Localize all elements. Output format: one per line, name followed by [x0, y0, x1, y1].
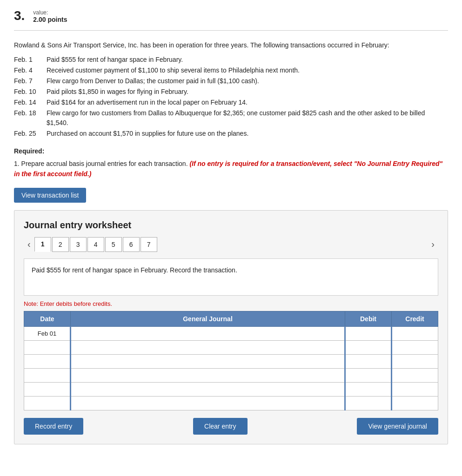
debit-cell-6[interactable] — [345, 396, 392, 410]
journal-input-2[interactable] — [75, 344, 341, 351]
journal-cell-5[interactable] — [71, 382, 345, 396]
worksheet-title: Journal entry worksheet — [24, 220, 438, 231]
journal-cell-4[interactable] — [71, 368, 345, 382]
points-value: 2.00 points — [33, 16, 67, 23]
clear-entry-button[interactable]: Clear entry — [193, 418, 247, 435]
tx-desc-7: Purchased on account $1,570 in supplies … — [47, 129, 448, 139]
tx-date-4: Feb. 10 — [14, 87, 47, 97]
tab-2[interactable]: 2 — [52, 237, 69, 252]
credit-cell-3[interactable] — [392, 354, 438, 368]
tab-4[interactable]: 4 — [87, 237, 104, 252]
tx-date-2: Feb. 4 — [14, 66, 47, 75]
problem-intro: Rowland & Sons Air Transport Service, In… — [14, 40, 448, 50]
date-cell-1: Feb 01 — [24, 326, 71, 340]
table-row — [24, 396, 438, 410]
required-label: Required: — [14, 146, 448, 156]
credit-cell-4[interactable] — [392, 368, 438, 382]
journal-table: Date General Journal Debit Credit Feb 01 — [24, 311, 438, 410]
debit-cell-4[interactable] — [345, 368, 392, 382]
debit-cell-5[interactable] — [345, 382, 392, 396]
transaction-description: Paid $555 for rent of hangar space in Fe… — [24, 258, 438, 296]
debit-input-6[interactable] — [349, 400, 387, 407]
tab-1[interactable]: 1 — [34, 237, 51, 252]
tx-date-1: Feb. 1 — [14, 55, 47, 65]
tab-6[interactable]: 6 — [123, 237, 140, 252]
journal-input-4[interactable] — [75, 372, 341, 379]
debit-cell-2[interactable] — [345, 340, 392, 354]
date-cell-4 — [24, 368, 71, 382]
table-row — [24, 354, 438, 368]
journal-cell-2[interactable] — [71, 340, 345, 354]
journal-cell-3[interactable] — [71, 354, 345, 368]
journal-input-6[interactable] — [75, 400, 341, 407]
date-cell-3 — [24, 354, 71, 368]
col-header-debit: Debit — [345, 311, 392, 326]
note-text: Note: Enter debits before credits. — [24, 300, 438, 307]
debit-input-3[interactable] — [349, 358, 387, 365]
credit-cell-1[interactable] — [392, 326, 438, 340]
date-cell-6 — [24, 396, 71, 410]
debit-cell-1[interactable] — [345, 326, 392, 340]
tx-desc-2: Received customer payment of $1,100 to s… — [47, 66, 448, 75]
credit-input-6[interactable] — [396, 400, 434, 407]
tx-date-5: Feb. 14 — [14, 98, 47, 107]
tx-desc-3: Flew cargo from Denver to Dallas; the cu… — [47, 76, 448, 86]
table-row — [24, 368, 438, 382]
bottom-buttons: Record entry Clear entry View general jo… — [24, 418, 438, 435]
tab-5[interactable]: 5 — [105, 237, 122, 252]
date-cell-5 — [24, 382, 71, 396]
table-row: Feb 01 — [24, 326, 438, 340]
tx-desc-4: Paid pilots $1,850 in wages for flying i… — [47, 87, 448, 97]
tx-date-3: Feb. 7 — [14, 76, 47, 86]
credit-cell-6[interactable] — [392, 396, 438, 410]
debit-input-4[interactable] — [349, 372, 387, 379]
credit-input-3[interactable] — [396, 358, 434, 365]
record-entry-button[interactable]: Record entry — [24, 418, 83, 435]
view-general-journal-button[interactable]: View general journal — [357, 418, 438, 435]
credit-input-2[interactable] — [396, 344, 434, 351]
worksheet-container: Journal entry worksheet ‹ 1 2 3 4 5 6 7 … — [14, 210, 448, 444]
question-number: 3. — [14, 9, 25, 22]
debit-input-2[interactable] — [349, 344, 387, 351]
col-header-journal: General Journal — [71, 311, 345, 326]
col-header-date: Date — [24, 311, 71, 326]
value-label: value: — [33, 9, 67, 16]
journal-input-5[interactable] — [75, 386, 341, 393]
journal-cell-1[interactable] — [71, 326, 345, 340]
transactions-list: Feb. 1 Paid $555 for rent of hangar spac… — [14, 55, 448, 139]
journal-input-1[interactable] — [75, 330, 341, 337]
tab-3[interactable]: 3 — [70, 237, 87, 252]
instruction-start: 1. Prepare accrual basis journal entries… — [14, 160, 189, 167]
table-row — [24, 340, 438, 354]
next-tab-arrow[interactable]: › — [428, 238, 438, 251]
debit-cell-3[interactable] — [345, 354, 392, 368]
instruction-text: 1. Prepare accrual basis journal entries… — [14, 159, 448, 179]
tx-date-6: Feb. 18 — [14, 108, 47, 128]
journal-input-3[interactable] — [75, 358, 341, 365]
credit-input-4[interactable] — [396, 372, 434, 379]
credit-cell-5[interactable] — [392, 382, 438, 396]
col-header-credit: Credit — [392, 311, 438, 326]
tx-date-7: Feb. 25 — [14, 129, 47, 139]
debit-input-1[interactable] — [349, 330, 387, 337]
credit-input-5[interactable] — [396, 386, 434, 393]
tx-desc-5: Paid $164 for an advertisement run in th… — [47, 98, 448, 107]
journal-cell-6[interactable] — [71, 396, 345, 410]
credit-cell-2[interactable] — [392, 340, 438, 354]
tx-desc-6: Flew cargo for two customers from Dallas… — [47, 108, 448, 128]
date-cell-2 — [24, 340, 71, 354]
tx-desc-1: Paid $555 for rent of hangar space in Fe… — [47, 55, 448, 65]
tab-7[interactable]: 7 — [141, 237, 157, 252]
view-transaction-button[interactable]: View transaction list — [14, 188, 86, 203]
debit-input-5[interactable] — [349, 386, 387, 393]
prev-tab-arrow[interactable]: ‹ — [24, 238, 34, 251]
tab-navigation: ‹ 1 2 3 4 5 6 7 › — [24, 237, 438, 252]
credit-input-1[interactable] — [396, 330, 434, 337]
table-row — [24, 382, 438, 396]
